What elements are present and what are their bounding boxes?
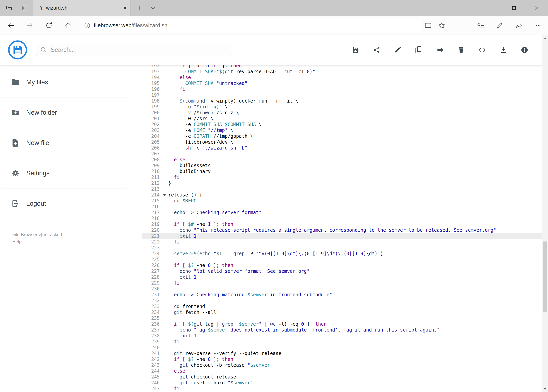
code-line-205[interactable]: 205 filebrowser/dev \: [142, 139, 548, 145]
code-line-195[interactable]: 195 COMMIT_SHA="untracked": [142, 80, 548, 86]
code-line-214[interactable]: 214release () {: [142, 192, 548, 198]
new-tab-button[interactable]: [134, 0, 144, 16]
copy-button[interactable]: [413, 44, 424, 55]
back-button[interactable]: [4, 18, 18, 33]
settings-more-button[interactable]: [531, 18, 545, 33]
sidebar-item-logout[interactable]: Logout: [0, 189, 142, 219]
code-line-202[interactable]: 202 -e COMMIT_SHA=$COMMIT_SHA \: [142, 121, 548, 127]
code-line-234[interactable]: 234 git fetch --all: [142, 309, 548, 315]
delete-button[interactable]: [456, 44, 467, 55]
refresh-button[interactable]: [42, 18, 56, 33]
page-scrollbar[interactable]: [542, 35, 548, 392]
hub-button[interactable]: [474, 18, 488, 33]
scroll-down-button[interactable]: [542, 385, 548, 392]
code-line-227[interactable]: 227 echo "Not valid semver format. See s…: [142, 268, 548, 274]
code-line-223[interactable]: 223: [142, 245, 548, 251]
code-line-242[interactable]: 242 if [ $? -ne 0 ]; then: [142, 356, 548, 362]
sidebar-item-new-folder[interactable]: New folder: [0, 98, 142, 128]
code-line-233[interactable]: 233 cd frontend: [142, 304, 548, 309]
reading-view-button[interactable]: [421, 18, 435, 33]
code-editor-button[interactable]: [477, 44, 488, 55]
code-line-247[interactable]: 247 fi: [142, 386, 548, 392]
code-line-218[interactable]: 218: [142, 216, 548, 221]
home-button[interactable]: [61, 18, 75, 33]
address-bar[interactable]: filebrowser.web/files/wizard.sh: [80, 19, 421, 32]
rename-button[interactable]: [392, 44, 403, 55]
help-link[interactable]: Help: [12, 238, 142, 245]
code-line-200[interactable]: 200 -v /$(pwd):/src:z \: [142, 110, 548, 116]
code-line-232[interactable]: 232: [142, 298, 548, 304]
code-line-217[interactable]: 217 echo "> Checking semver format": [142, 210, 548, 216]
code-line-201[interactable]: 201 -w //src \: [142, 116, 548, 121]
tab-preview-button[interactable]: [3, 0, 15, 16]
code-line-192[interactable]: 192 if [ -d ".git" ]; then: [142, 65, 548, 69]
forward-button[interactable]: [23, 18, 37, 33]
code-line-240[interactable]: 240: [142, 345, 548, 350]
tab-close-button[interactable]: [123, 6, 127, 10]
code-line-196[interactable]: 196 fi: [142, 86, 548, 92]
fold-arrow-icon[interactable]: [163, 194, 166, 196]
code-line-221[interactable]: 221 exit 1: [142, 233, 548, 239]
code-line-226[interactable]: 226 if [ $? -ne 0 ]; then: [142, 262, 548, 268]
code-line-219[interactable]: 219 if [ $# -ne 1 ]; then: [142, 221, 548, 227]
code-line-231[interactable]: 231 echo "> Checking matching $semver in…: [142, 292, 548, 298]
search-box[interactable]: [36, 44, 231, 56]
code-line-210[interactable]: 210 buildBinary: [142, 168, 548, 174]
browser-tab[interactable]: wizard.sh: [33, 0, 131, 16]
code-line-244[interactable]: 244 else: [142, 368, 548, 374]
code-line-230[interactable]: 230: [142, 286, 548, 292]
code-line-225[interactable]: 225: [142, 257, 548, 262]
code-line-243[interactable]: 243 git checkout -b release "$semver": [142, 362, 548, 368]
code-line-215[interactable]: 215 cd $REPO: [142, 198, 548, 204]
app-logo[interactable]: [8, 40, 28, 60]
scrollbar-thumb[interactable]: [543, 242, 547, 312]
web-notes-button[interactable]: [493, 18, 507, 33]
code-line-208[interactable]: 208 else: [142, 157, 548, 163]
scroll-up-button[interactable]: [542, 35, 548, 42]
info-button[interactable]: [519, 44, 530, 55]
maximize-button[interactable]: [503, 0, 525, 16]
code-line-193[interactable]: 193 COMMIT_SHA="$(git rev-parse HEAD | c…: [142, 69, 548, 75]
code-line-228[interactable]: 228 exit 1: [142, 274, 548, 280]
code-line-211[interactable]: 211 fi: [142, 174, 548, 180]
move-button[interactable]: [435, 44, 445, 55]
code-line-220[interactable]: 220 echo "This release script requires a…: [142, 227, 548, 233]
code-line-212[interactable]: 212}: [142, 180, 548, 186]
code-line-222[interactable]: 222 fi: [142, 239, 548, 245]
code-line-203[interactable]: 203 -e HOME="//tmp" \: [142, 127, 548, 133]
search-input[interactable]: [51, 46, 227, 53]
sidebar-item-new-file[interactable]: New file: [0, 128, 142, 158]
site-info-icon[interactable]: [84, 22, 90, 29]
code-line-238[interactable]: 238 exit 1: [142, 333, 548, 339]
minimize-button[interactable]: [480, 0, 503, 16]
sidebar-item-settings[interactable]: Settings: [0, 158, 142, 188]
code-line-198[interactable]: 198 $(command -v winpty) docker run --rm…: [142, 98, 548, 104]
code-line-241[interactable]: 241 git rev-parse --verify --quiet relea…: [142, 350, 548, 356]
code-line-209[interactable]: 209 buildAssets: [142, 163, 548, 168]
code-editor[interactable]: 192 if [ -d ".git" ]; then193 COMMIT_SHA…: [142, 65, 548, 392]
code-line-246[interactable]: 246 git reset --hard "$semver": [142, 380, 548, 386]
code-line-236[interactable]: 236 if [ $(git tag | grep "$semver" | wc…: [142, 321, 548, 327]
code-line-204[interactable]: 204 -e GOPATH=//tmp/gopath \: [142, 133, 548, 139]
code-line-207[interactable]: 207: [142, 151, 548, 157]
sidebar-item-my-files[interactable]: My files: [0, 67, 142, 97]
code-line-224[interactable]: 224 semver=$(echo "$1" | grep -P '^v(0|[…: [142, 251, 548, 257]
code-line-216[interactable]: 216: [142, 204, 548, 210]
download-button[interactable]: [498, 44, 509, 55]
save-button[interactable]: [350, 44, 361, 55]
share-button-browser[interactable]: [512, 18, 526, 33]
code-line-206[interactable]: 206 sh -c "./wizard.sh -b": [142, 145, 548, 151]
code-line-199[interactable]: 199 -u "$(id -u)" \: [142, 104, 548, 110]
set-tabs-aside-button[interactable]: [19, 0, 30, 16]
close-window-button[interactable]: [525, 0, 548, 16]
code-line-239[interactable]: 239 fi: [142, 339, 548, 345]
code-line-197[interactable]: 197: [142, 92, 548, 98]
code-line-229[interactable]: 229 fi: [142, 280, 548, 286]
share-button[interactable]: [371, 44, 382, 55]
code-line-235[interactable]: 235: [142, 315, 548, 321]
code-line-245[interactable]: 245 git checkout release: [142, 374, 548, 380]
show-tab-previews-button[interactable]: [148, 0, 158, 16]
favorite-button[interactable]: [435, 18, 449, 33]
code-line-237[interactable]: 237 echo "Tag $semver does not exist in …: [142, 327, 548, 333]
code-line-213[interactable]: 213: [142, 186, 548, 192]
